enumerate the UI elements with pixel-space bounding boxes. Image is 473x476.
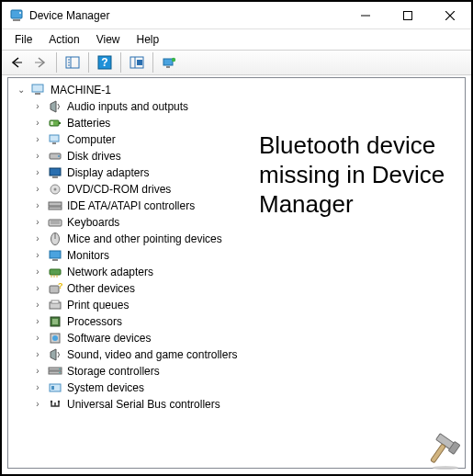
minimize-button[interactable] — [344, 2, 387, 29]
tree-item[interactable]: ›Print queues — [12, 297, 465, 313]
tree-item[interactable]: ›Processors — [12, 313, 465, 330]
tree-item-label: Audio inputs and outputs — [67, 100, 188, 113]
svg-marker-24 — [51, 101, 56, 112]
svg-rect-28 — [50, 135, 59, 142]
back-button[interactable] — [6, 52, 28, 73]
svg-point-65 — [58, 401, 60, 402]
category-icon — [46, 380, 64, 395]
collapse-icon[interactable]: ⌄ — [16, 85, 27, 96]
category-icon — [46, 215, 64, 230]
svg-rect-62 — [50, 384, 61, 391]
svg-marker-57 — [51, 349, 56, 360]
root-label: MACHINE-1 — [51, 84, 111, 96]
svg-rect-22 — [32, 85, 43, 92]
tree-item-label: Sound, video and game controllers — [67, 348, 237, 361]
svg-point-2 — [19, 12, 21, 14]
expand-icon[interactable]: › — [32, 399, 43, 410]
expand-icon[interactable]: › — [32, 118, 43, 129]
tree-item[interactable]: ›System devices — [12, 380, 465, 396]
expand-icon[interactable]: › — [32, 217, 43, 228]
scan-hardware-button[interactable] — [126, 52, 148, 73]
tree-item-label: Computer — [67, 133, 116, 146]
expand-icon[interactable]: › — [32, 316, 43, 327]
expand-icon[interactable]: › — [32, 266, 43, 278]
expand-icon[interactable]: › — [32, 366, 43, 377]
maximize-button[interactable] — [387, 2, 429, 29]
category-icon — [46, 182, 64, 197]
expand-icon[interactable]: › — [32, 151, 43, 162]
category-icon — [46, 314, 64, 329]
toolbar: ? — [2, 50, 471, 75]
tree-item[interactable]: ›Monitors — [12, 247, 465, 264]
expand-icon[interactable]: › — [32, 101, 43, 112]
hammer-watermark-icon — [423, 426, 467, 470]
category-icon — [46, 298, 64, 312]
tree-item[interactable]: ›Mice and other pointing devices — [12, 231, 465, 247]
svg-text:?: ? — [101, 56, 107, 69]
toolbar-separator — [88, 52, 89, 73]
expand-icon[interactable]: › — [32, 184, 43, 195]
expand-icon[interactable]: › — [32, 233, 43, 244]
expand-icon[interactable]: › — [32, 349, 43, 360]
tree-item-label: Software devices — [67, 332, 151, 345]
menubar: File Action View Help — [2, 29, 471, 50]
svg-point-64 — [51, 401, 52, 402]
tree-item[interactable]: ›Batteries — [12, 115, 465, 131]
tree-item-label: DVD/CD-ROM drives — [67, 183, 171, 196]
category-icon — [46, 99, 64, 114]
category-icon — [46, 265, 64, 279]
expand-icon[interactable]: › — [32, 382, 43, 393]
show-hide-tree-button[interactable] — [62, 52, 84, 73]
menu-view[interactable]: View — [89, 31, 128, 48]
expand-icon[interactable]: › — [32, 283, 43, 294]
expand-icon[interactable]: › — [32, 300, 43, 311]
category-icon — [46, 198, 64, 213]
expand-icon[interactable]: › — [32, 167, 43, 178]
category-icon — [46, 347, 64, 362]
tree-item-label: Print queues — [67, 299, 129, 312]
tree-item-label: Keyboards — [67, 216, 119, 229]
expand-icon[interactable]: › — [32, 250, 43, 261]
tree-item[interactable]: ›Software devices — [12, 330, 465, 346]
svg-point-60 — [59, 368, 61, 370]
help-button[interactable]: ? — [94, 52, 116, 73]
svg-rect-36 — [49, 202, 62, 206]
tree-item[interactable]: ›Storage controllers — [12, 363, 465, 380]
tree-item[interactable]: ›Sound, video and game controllers — [12, 346, 465, 363]
svg-rect-52 — [51, 300, 59, 303]
add-legacy-hardware-button[interactable] — [158, 52, 180, 73]
svg-rect-45 — [50, 269, 61, 275]
category-icon — [46, 116, 64, 130]
tree-item-label: Other devices — [67, 282, 135, 295]
forward-button[interactable] — [29, 52, 51, 73]
close-button[interactable] — [429, 2, 471, 29]
svg-rect-27 — [51, 121, 53, 125]
tree-item-label: Display adapters — [67, 166, 149, 179]
tree-item[interactable]: ›?Other devices — [12, 280, 465, 297]
svg-rect-23 — [35, 93, 40, 95]
svg-rect-26 — [59, 122, 61, 124]
category-icon — [46, 149, 64, 164]
tree-item-label: Mice and other pointing devices — [67, 232, 222, 245]
expand-icon[interactable]: › — [32, 134, 43, 145]
window-title: Device Manager — [29, 9, 109, 22]
svg-point-35 — [54, 188, 57, 191]
expand-icon[interactable]: › — [32, 333, 43, 344]
menu-file[interactable]: File — [7, 31, 39, 48]
svg-rect-54 — [52, 319, 58, 324]
svg-rect-37 — [49, 207, 62, 210]
svg-rect-4 — [404, 11, 412, 19]
svg-rect-29 — [52, 142, 56, 144]
tree-item-label: Universal Serial Bus controllers — [67, 398, 220, 411]
category-icon — [46, 397, 64, 412]
tree-item[interactable]: ›Audio inputs and outputs — [12, 98, 465, 115]
menu-help[interactable]: Help — [130, 31, 167, 48]
svg-text:?: ? — [58, 282, 62, 290]
tree-root[interactable]: ⌄ MACHINE-1 — [12, 82, 465, 98]
menu-action[interactable]: Action — [41, 31, 86, 48]
category-icon — [46, 248, 64, 263]
expand-icon[interactable]: › — [32, 200, 43, 211]
tree-item[interactable]: ›Universal Serial Bus controllers — [12, 396, 465, 413]
svg-rect-19 — [163, 59, 173, 65]
tree-item[interactable]: ›Network adapters — [12, 264, 465, 280]
